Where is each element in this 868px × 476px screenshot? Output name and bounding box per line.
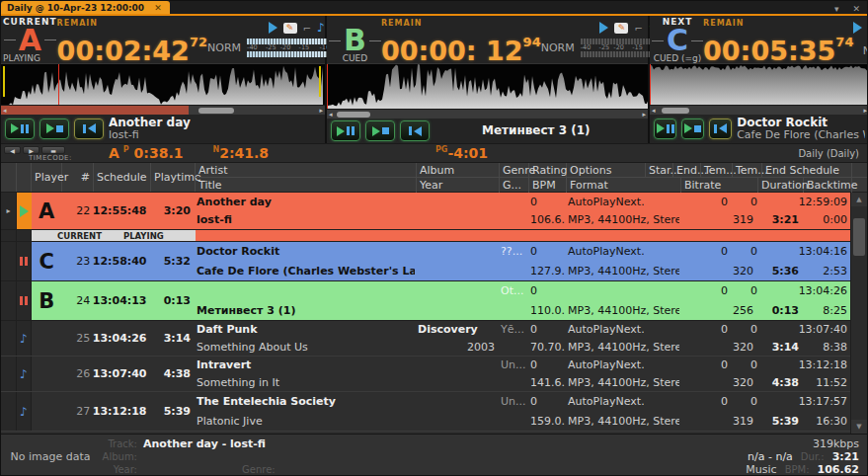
seek-thumb[interactable] — [337, 112, 370, 118]
col-g2[interactable]: G... — [500, 178, 529, 193]
grid-rows: ▸ A 22 12:55:48 3:20 Another day 0 AutoP… — [1, 193, 850, 434]
seek-right-arrow-icon[interactable]: ▸ — [319, 107, 323, 115]
col-tempo2[interactable]: Tem... — [733, 163, 762, 177]
col-duration[interactable]: Duration — [758, 178, 804, 193]
edit-track-icon[interactable]: ✎ — [614, 23, 628, 34]
deck-a-waveform[interactable] — [1, 63, 325, 105]
col-title[interactable]: Title — [196, 178, 417, 193]
tab-menu-chevron-icon[interactable]: ▾ — [828, 4, 846, 14]
seek-thumb[interactable] — [662, 108, 689, 114]
playhead-line — [58, 64, 59, 105]
table-row[interactable]: ♪ 25 13:04:26 3:14 Daft PunkDiscovery Yē… — [1, 321, 850, 357]
deck-b-waveform[interactable] — [327, 63, 648, 109]
seek-right-arrow-icon[interactable]: ▸ — [642, 111, 646, 119]
play-icon[interactable] — [599, 22, 608, 34]
status-bar: No image data Track:Another day - lost-f… — [1, 434, 867, 476]
play-pause-button[interactable] — [654, 119, 676, 139]
deck-a-remain-label: REMAIN — [57, 19, 207, 28]
deck-b-remain-label: REMAIN — [381, 19, 541, 28]
scrollbar-thumb[interactable] — [853, 218, 865, 256]
tab-close-icon[interactable]: ✕ — [154, 3, 162, 13]
vertical-scrollbar[interactable]: ▲ ▼ — [850, 193, 867, 434]
seek-right-arrow-icon[interactable]: ▸ — [863, 107, 867, 115]
deck-b: B CUED REMAIN 00:00: 1294 ✎ ⌐ ★ Jingle ▾ — [327, 16, 650, 143]
skip-to-start-button[interactable] — [74, 119, 104, 139]
col-album[interactable]: Album — [417, 163, 500, 177]
play-stop-button[interactable] — [681, 119, 704, 139]
col-playtime[interactable]: Playtime — [151, 163, 196, 192]
play-icon[interactable] — [853, 22, 862, 34]
col-rating[interactable]: Rating — [529, 163, 567, 177]
row-playing-icon — [17, 193, 32, 229]
timecode-label: TIMECODE: — [29, 154, 72, 162]
play-pause-button[interactable] — [331, 120, 360, 141]
col-schedule[interactable]: Schedule — [94, 163, 151, 192]
track-label: Track: — [100, 438, 137, 449]
skip-to-start-button[interactable] — [400, 120, 430, 141]
deck-a-seekbar[interactable]: ◂ ▸ — [1, 105, 325, 114]
table-row-next[interactable]: C 23 12:58:40 5:32 Doctor Rockit ??...0 … — [1, 242, 850, 281]
seek-left-arrow-icon[interactable]: ◂ — [652, 107, 656, 115]
deck-c-seekbar[interactable]: ◂ ▸ — [650, 105, 868, 114]
status-range: n/a - n/a — [748, 450, 793, 463]
status-type: Music — [746, 463, 776, 476]
play-stop-button[interactable] — [39, 119, 69, 139]
play-pause-button[interactable] — [5, 119, 35, 139]
timecode-left-button[interactable]: ◀ — [4, 146, 21, 154]
col-start[interactable]: Star... — [646, 163, 673, 177]
deck-b-clock: 00:00: 1294 — [381, 28, 541, 66]
col-num[interactable]: # — [62, 163, 94, 192]
col-bitrate[interactable]: Bitrate — [681, 178, 758, 193]
year-label: Year: — [100, 464, 137, 475]
col-end[interactable]: End... — [673, 163, 701, 177]
table-row[interactable]: ♪ 26 13:07:40 4:38 Intravert Un...0 Auto… — [1, 357, 850, 392]
status-duration: 3:21 — [832, 450, 859, 463]
playlist-tab[interactable]: Daily @ 10-Apr-23 12:00:00 ✕ — [1, 1, 170, 14]
cue-marker — [319, 66, 321, 97]
scroll-up-icon[interactable]: ▲ — [851, 193, 867, 206]
loop-icon[interactable]: ⌐ — [303, 23, 311, 34]
col-format[interactable]: Format — [567, 178, 681, 193]
col-genre[interactable]: Genre — [500, 163, 529, 177]
deck-b-letter: B — [344, 27, 366, 54]
play-stop-button[interactable] — [365, 120, 395, 141]
col-bpm[interactable]: BPM — [529, 178, 567, 193]
table-row-cued[interactable]: B 24 13:04:13 0:13 Ot...0 00 13:04:26 — [1, 281, 850, 321]
col-end-schedule[interactable]: End Schedule — [762, 163, 852, 177]
table-row-playing[interactable]: ▸ A 22 12:55:48 3:20 Another day 0 AutoP… — [1, 193, 850, 230]
col-player[interactable]: Player — [32, 163, 62, 192]
cue-marker — [3, 66, 5, 97]
seek-left-arrow-icon[interactable]: ◂ — [329, 111, 333, 119]
deck-a: CURRENT A PLAYING (=g) REMAIN 00:02:4272… — [1, 16, 327, 143]
playhead-line — [327, 64, 328, 109]
tabbar-close-icon[interactable]: ✕ — [845, 4, 867, 14]
scroll-down-icon[interactable]: ▼ — [851, 420, 867, 434]
col-year[interactable]: Year — [417, 178, 500, 193]
row-player-letter: C — [32, 242, 62, 280]
playlist-tab-bar: Daily @ 10-Apr-23 12:00:00 ✕ ▾ ✕ — [1, 1, 867, 16]
deck-c-waveform[interactable] — [650, 63, 868, 105]
timecode-locate-button[interactable]: ▬ — [41, 146, 65, 154]
seek-thumb[interactable] — [198, 108, 234, 114]
deck-c-clock: 00:05:3574 — [703, 28, 853, 66]
timecode-next: 2:41.8 — [219, 145, 269, 161]
edit-track-icon[interactable]: ✎ — [283, 23, 297, 34]
col-artist[interactable]: Artist — [196, 163, 417, 177]
deck-c-norm-label: NORM — [863, 44, 868, 57]
current-playing-indicator: CURRENTPLAYING — [1, 230, 850, 242]
col-backtime[interactable]: Backtime — [804, 178, 852, 193]
play-icon[interactable] — [269, 22, 277, 34]
skip-to-start-button[interactable] — [709, 119, 732, 139]
col-tempo1[interactable]: Tem... — [701, 163, 733, 177]
loop-icon[interactable]: ⌐ — [634, 23, 642, 34]
table-row[interactable]: ♪ 27 13:12:18 5:39 The Entelechia Societ… — [1, 392, 850, 432]
deck-c-state-label: CUED (=g) — [654, 54, 702, 63]
deck-c-track-artist: Cafe De Flore (Charles Webster — [737, 129, 865, 141]
col-options[interactable]: Options — [567, 163, 646, 177]
playlist-grid: Player # Schedule Playtime Artist Album … — [1, 163, 867, 434]
deck-b-state-label: CUED — [343, 54, 368, 63]
seek-left-arrow-icon[interactable]: ◂ — [3, 107, 7, 115]
deck-b-seekbar[interactable]: ◂ ▸ — [327, 109, 648, 119]
timecode-right-button[interactable]: ▶ — [23, 146, 39, 154]
timecode-position: 0:38.1 — [134, 145, 184, 161]
